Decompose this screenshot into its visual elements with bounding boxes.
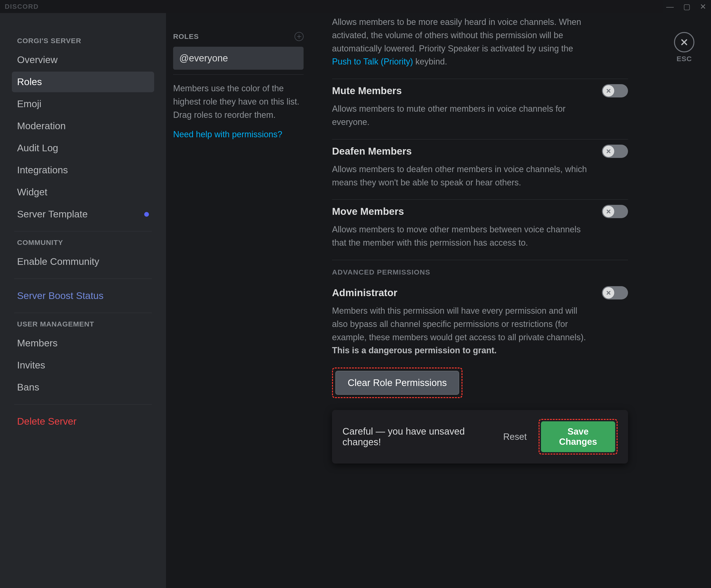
role-item-everyone[interactable]: @everyone <box>173 47 304 70</box>
sidebar-item-label: Members <box>17 337 58 349</box>
save-changes-button[interactable]: Save Changes <box>541 421 615 452</box>
maximize-icon[interactable]: ▢ <box>683 3 690 10</box>
permission-description: Allows members to deafen other members i… <box>332 162 593 189</box>
sidebar-item-label: Server Boost Status <box>17 290 104 301</box>
sidebar-item-label: Server Template <box>17 209 88 220</box>
roles-header-label: ROLES <box>173 32 199 41</box>
sidebar-section-user-management: USER MANAGEMENT <box>17 320 154 328</box>
sidebar-item-label: Invites <box>17 360 45 371</box>
roles-column: ROLES @everyone Members use the color of… <box>166 13 316 588</box>
permission-title: Mute Members <box>332 85 402 96</box>
sidebar-item-roles[interactable]: Roles <box>12 72 154 92</box>
permission-description: Allows members to mute other members in … <box>332 102 593 129</box>
sidebar-item-moderation[interactable]: Moderation <box>12 116 154 136</box>
notification-dot-icon <box>144 212 149 217</box>
permission-move-members: Move Members Allows members to move othe… <box>332 200 628 260</box>
permission-administrator: Administrator Members with this permissi… <box>332 281 628 368</box>
permission-mute-members: Mute Members Allows members to mute othe… <box>332 79 628 139</box>
sidebar-item-label: Roles <box>17 77 42 87</box>
button-label: Clear Role Permissions <box>348 377 447 388</box>
sidebar-section-community: COMMUNITY <box>17 239 154 246</box>
permissions-panel: ESC Allows members to be more easily hea… <box>316 13 711 588</box>
toggle-administrator[interactable] <box>602 286 628 300</box>
permission-description: Allows members to move other members bet… <box>332 223 593 249</box>
toggle-knob <box>603 206 614 217</box>
priority-keybind-link[interactable]: Push to Talk (Priority) <box>332 57 413 66</box>
clear-role-permissions-button[interactable]: Clear Role Permissions <box>335 371 459 395</box>
close-circle <box>674 32 694 52</box>
sidebar-item-label: Audit Log <box>17 143 58 154</box>
sidebar-item-server-boost[interactable]: Server Boost Status <box>12 285 154 306</box>
sidebar-item-emoji[interactable]: Emoji <box>12 94 154 114</box>
sidebar-item-invites[interactable]: Invites <box>12 355 154 375</box>
minimize-icon[interactable]: — <box>666 3 674 10</box>
permission-description: Allows members to be more easily heard i… <box>332 16 593 68</box>
toggle-mute-members[interactable] <box>602 84 628 97</box>
sidebar-item-delete-server[interactable]: Delete Server <box>12 411 154 432</box>
sidebar-item-overview[interactable]: Overview <box>12 49 154 70</box>
sidebar-item-label: Overview <box>17 54 58 65</box>
permission-title: Move Members <box>332 206 404 217</box>
permission-priority-speaker: Allows members to be more easily heard i… <box>332 16 628 79</box>
sidebar-item-label: Integrations <box>17 165 68 176</box>
sidebar-section-server: CORGI'S SERVER <box>17 37 154 45</box>
window-controls: — ▢ ✕ <box>666 3 706 10</box>
settings-sidebar: CORGI'S SERVER Overview Roles Emoji Mode… <box>0 13 166 588</box>
sidebar-item-label: Bans <box>17 382 39 393</box>
highlight-save-changes: Save Changes <box>539 419 618 455</box>
button-label: Save Changes <box>559 427 597 447</box>
sidebar-item-audit-log[interactable]: Audit Log <box>12 138 154 158</box>
toggle-move-members[interactable] <box>602 205 628 218</box>
permission-title: Deafen Members <box>332 146 412 157</box>
sidebar-item-label: Widget <box>17 187 47 198</box>
permission-description: Members with this permission will have e… <box>332 304 593 357</box>
highlight-clear-permissions: Clear Role Permissions <box>332 368 462 398</box>
desc-text: Members with this permission will have e… <box>332 306 586 342</box>
x-icon <box>606 148 611 154</box>
sidebar-item-members[interactable]: Members <box>12 333 154 353</box>
x-icon <box>606 290 611 296</box>
desc-text: Allows members to be more easily heard i… <box>332 17 581 53</box>
sidebar-item-server-template[interactable]: Server Template <box>12 204 154 224</box>
sidebar-divider <box>14 313 152 313</box>
sidebar-divider <box>14 279 152 279</box>
close-icon <box>680 38 689 47</box>
toggle-knob <box>603 85 614 96</box>
permission-warning: This is a dangerous permission to grant. <box>332 345 497 355</box>
sidebar-item-widget[interactable]: Widget <box>12 182 154 202</box>
toggle-knob <box>603 287 614 299</box>
close-label: ESC <box>674 55 694 63</box>
unsaved-message: Careful — you have unsaved changes! <box>342 426 491 448</box>
sidebar-item-enable-community[interactable]: Enable Community <box>12 251 154 272</box>
sidebar-item-label: Emoji <box>17 99 42 110</box>
x-icon <box>606 209 611 214</box>
role-label: @everyone <box>179 53 228 63</box>
sidebar-item-integrations[interactable]: Integrations <box>12 160 154 180</box>
close-settings[interactable]: ESC <box>674 32 694 63</box>
roles-divider <box>173 74 304 75</box>
title-bar: DISCORD — ▢ ✕ <box>0 0 711 13</box>
roles-help-link[interactable]: Need help with permissions? <box>173 129 304 139</box>
reset-button[interactable]: Reset <box>501 429 529 444</box>
unsaved-changes-bar: Careful — you have unsaved changes! Rese… <box>332 410 628 463</box>
roles-helper-text: Members use the color of the highest rol… <box>173 82 304 122</box>
settings-layout: CORGI'S SERVER Overview Roles Emoji Mode… <box>0 13 711 588</box>
sidebar-item-label: Enable Community <box>17 256 99 267</box>
sidebar-item-label: Delete Server <box>17 416 77 427</box>
permission-title: Administrator <box>332 287 397 299</box>
sidebar-divider <box>14 404 152 405</box>
close-window-icon[interactable]: ✕ <box>700 3 706 10</box>
desc-text: keybind. <box>413 57 447 66</box>
add-role-icon[interactable] <box>295 32 304 41</box>
sidebar-item-label: Moderation <box>17 121 66 132</box>
sidebar-divider <box>14 231 152 232</box>
sidebar-item-bans[interactable]: Bans <box>12 377 154 398</box>
permission-deafen-members: Deafen Members Allows members to deafen … <box>332 139 628 200</box>
x-icon <box>606 88 611 94</box>
advanced-permissions-heading: ADVANCED PERMISSIONS <box>332 268 628 276</box>
app-brand: DISCORD <box>5 3 39 10</box>
toggle-deafen-members[interactable] <box>602 145 628 158</box>
toggle-knob <box>603 146 614 157</box>
